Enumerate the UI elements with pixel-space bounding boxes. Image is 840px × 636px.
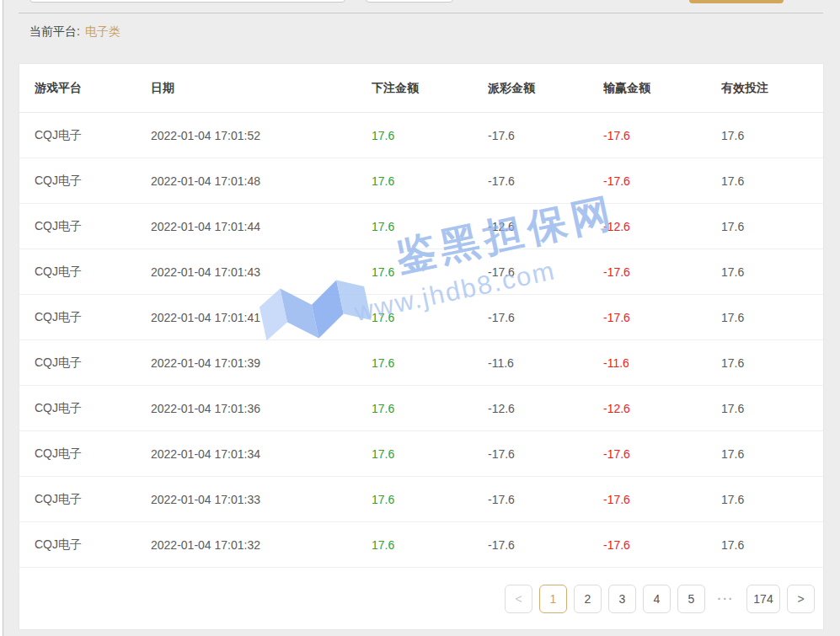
cell-date: 2022-01-04 17:01:36 (151, 402, 372, 415)
table-header: 游戏平台日期下注金额派彩金额输赢金额有效投注 (19, 64, 823, 113)
column-header: 派彩金额 (488, 81, 603, 96)
platform-value-link[interactable]: 电子类 (85, 24, 120, 38)
cell-valid-bet: 17.6 (721, 493, 823, 506)
cell-bet-amount: 17.6 (372, 265, 488, 279)
cell-winloss-amount: -12.6 (603, 402, 721, 415)
records-card: 游戏平台日期下注金额派彩金额输赢金额有效投注 CQJ电子2022-01-04 1… (19, 63, 824, 630)
cell-platform: CQJ电子 (35, 174, 151, 189)
cell-date: 2022-01-04 17:01:44 (151, 220, 372, 233)
table-row: CQJ电子2022-01-04 17:01:3617.6-12.6-12.617… (19, 386, 823, 431)
cell-platform: CQJ电子 (35, 310, 151, 325)
table-row: CQJ电子2022-01-04 17:01:3317.6-17.6-17.617… (19, 477, 823, 522)
cell-valid-bet: 17.6 (721, 402, 823, 415)
cell-payout-amount: -11.6 (488, 356, 603, 370)
cell-winloss-amount: -17.6 (603, 265, 721, 279)
table-row: CQJ电子2022-01-04 17:01:4317.6-17.6-17.617… (19, 249, 823, 295)
cell-payout-amount: -17.6 (488, 129, 603, 142)
cell-winloss-amount: -17.6 (603, 493, 721, 506)
table-row: CQJ电子2022-01-04 17:01:4417.6-12.6-12.617… (19, 204, 823, 249)
cell-winloss-amount: -17.6 (603, 311, 721, 324)
cell-bet-amount: 17.6 (372, 447, 488, 461)
cell-valid-bet: 17.6 (721, 220, 823, 233)
cell-platform: CQJ电子 (35, 219, 151, 234)
cell-valid-bet: 17.6 (721, 447, 823, 461)
filter-input-1[interactable] (29, 0, 345, 3)
pagination-page-2[interactable]: 2 (574, 585, 602, 613)
pagination-prev-button[interactable]: < (505, 585, 532, 613)
cell-platform: CQJ电子 (35, 355, 151, 371)
table-row: CQJ电子2022-01-04 17:01:3217.6-17.6-17.617… (19, 522, 823, 568)
cell-valid-bet: 17.6 (721, 265, 823, 279)
cell-platform: CQJ电子 (35, 537, 151, 553)
table-row: CQJ电子2022-01-04 17:01:5217.6-17.6-17.617… (19, 113, 823, 158)
cell-winloss-amount: -17.6 (603, 447, 721, 461)
cell-payout-amount: -17.6 (488, 174, 603, 188)
cell-winloss-amount: -17.6 (603, 129, 721, 142)
table-row: CQJ电子2022-01-04 17:01:3417.6-17.6-17.617… (19, 431, 823, 477)
cell-bet-amount: 17.6 (372, 493, 488, 506)
pagination-ellipsis[interactable]: ··· (712, 585, 740, 613)
pagination-next-button[interactable]: > (787, 585, 815, 613)
pagination-page-1[interactable]: 1 (539, 585, 567, 613)
table-row: CQJ电子2022-01-04 17:01:4817.6-17.6-17.617… (19, 158, 823, 204)
cell-date: 2022-01-04 17:01:48 (151, 174, 372, 188)
platform-label: 当前平台: (29, 24, 80, 38)
platform-bar: 当前平台:电子类 (29, 24, 120, 40)
filter-input-2[interactable] (366, 0, 453, 3)
cell-platform: CQJ电子 (35, 128, 151, 143)
pagination-page-4[interactable]: 4 (643, 585, 671, 613)
pagination: <12345···174> (19, 568, 823, 630)
cell-winloss-amount: -12.6 (603, 220, 721, 233)
cell-valid-bet: 17.6 (721, 174, 823, 188)
cell-date: 2022-01-04 17:01:41 (151, 311, 372, 324)
cell-valid-bet: 17.6 (721, 311, 823, 324)
cell-bet-amount: 17.6 (372, 220, 488, 233)
pagination-page-3[interactable]: 3 (608, 585, 636, 613)
cell-bet-amount: 17.6 (372, 174, 488, 188)
cell-platform: CQJ电子 (35, 446, 151, 462)
pagination-page-174[interactable]: 174 (746, 585, 780, 613)
cell-payout-amount: -17.6 (488, 311, 603, 324)
cell-date: 2022-01-04 17:01:39 (151, 356, 372, 370)
table-row: CQJ电子2022-01-04 17:01:3917.6-11.6-11.617… (19, 340, 823, 386)
search-button[interactable] (689, 0, 784, 3)
cell-date: 2022-01-04 17:01:52 (151, 129, 372, 142)
cell-valid-bet: 17.6 (721, 538, 823, 552)
page: 当前平台:电子类 游戏平台日期下注金额派彩金额输赢金额有效投注 CQJ电子202… (0, 0, 840, 636)
cell-valid-bet: 17.6 (721, 356, 823, 370)
cell-date: 2022-01-04 17:01:43 (151, 265, 372, 279)
cell-payout-amount: -17.6 (488, 265, 603, 279)
cell-date: 2022-01-04 17:01:33 (151, 493, 372, 506)
cell-bet-amount: 17.6 (372, 356, 488, 370)
cell-bet-amount: 17.6 (372, 402, 488, 415)
pagination-page-5[interactable]: 5 (677, 585, 705, 613)
cell-date: 2022-01-04 17:01:32 (151, 538, 372, 552)
cell-bet-amount: 17.6 (372, 538, 488, 552)
cell-winloss-amount: -17.6 (603, 174, 721, 188)
cell-payout-amount: -12.6 (488, 220, 603, 233)
cell-winloss-amount: -17.6 (603, 538, 721, 552)
cell-platform: CQJ电子 (35, 492, 151, 507)
column-header: 日期 (151, 81, 372, 96)
table-row: CQJ电子2022-01-04 17:01:4117.6-17.6-17.617… (19, 295, 823, 340)
cell-bet-amount: 17.6 (372, 311, 488, 324)
table-body: CQJ电子2022-01-04 17:01:5217.6-17.6-17.617… (19, 113, 823, 568)
cell-bet-amount: 17.6 (372, 129, 488, 142)
cell-platform: CQJ电子 (35, 265, 151, 280)
column-header: 游戏平台 (35, 81, 151, 96)
column-header: 有效投注 (721, 81, 823, 96)
cell-payout-amount: -17.6 (488, 538, 603, 552)
cell-valid-bet: 17.6 (721, 129, 823, 142)
column-header: 下注金额 (372, 81, 488, 96)
column-header: 输赢金额 (603, 81, 721, 96)
cell-winloss-amount: -11.6 (603, 356, 721, 370)
divider (19, 13, 823, 13)
cell-payout-amount: -17.6 (488, 447, 603, 461)
cell-payout-amount: -17.6 (488, 493, 603, 506)
cell-date: 2022-01-04 17:01:34 (151, 447, 372, 461)
window-left-edge (0, 0, 3, 636)
cell-payout-amount: -12.6 (488, 402, 603, 415)
cell-platform: CQJ电子 (35, 401, 151, 416)
